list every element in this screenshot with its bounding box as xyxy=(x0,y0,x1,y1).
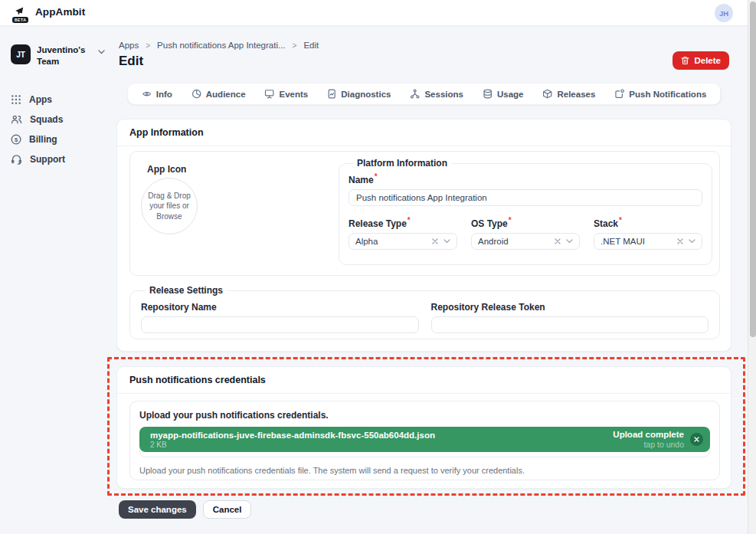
tab-sessions[interactable]: Sessions xyxy=(410,89,463,99)
tab-info[interactable]: Info xyxy=(142,89,172,99)
notification-icon xyxy=(614,89,624,99)
sidebar: JT Juventino's Team Apps xyxy=(0,26,115,534)
sidebar-item-support[interactable]: Support xyxy=(11,150,106,169)
platform-select-row: Release Type* Alpha xyxy=(349,214,702,250)
app-icon-label: App Icon xyxy=(147,164,186,175)
repository-release-token-label: Repository Release Token xyxy=(431,302,709,313)
tab-label: Releases xyxy=(557,90,595,99)
dollar-circle-icon: $ xyxy=(11,134,21,145)
tab-audience[interactable]: Audience xyxy=(191,89,246,99)
app-icon-platform-section: App Icon Drag & Drop your files or Brows… xyxy=(129,151,720,276)
breadcrumb-apps[interactable]: Apps xyxy=(119,41,139,50)
release-type-select[interactable]: Alpha xyxy=(349,233,457,250)
push-credentials-section: Upload your push notifications credentia… xyxy=(129,401,720,480)
push-credentials-card: Push notifications credentials Upload yo… xyxy=(116,366,731,489)
brand-name: AppAmbit xyxy=(35,6,85,18)
vertical-scrollbar-thumb[interactable] xyxy=(750,2,756,337)
dropzone-line1: Drag & Drop xyxy=(148,192,191,200)
release-type-label-text: Release Type xyxy=(349,218,407,229)
name-label: Name* xyxy=(349,175,702,185)
app-root: BETA AppAmbit JH JT Juventino's Team xyxy=(0,0,756,534)
sidebar-item-squads[interactable]: Squads xyxy=(11,110,106,129)
file-size: 2 KB xyxy=(150,441,613,449)
apps-grid-icon xyxy=(11,94,21,105)
chevron-down-icon[interactable] xyxy=(443,239,450,244)
sidebar-item-billing[interactable]: $ Billing xyxy=(11,130,106,149)
tab-label: Audience xyxy=(206,90,246,99)
form-actions: Save changes Cancel xyxy=(119,500,251,519)
repository-name-field: Repository Name xyxy=(141,297,419,333)
clear-icon[interactable] xyxy=(432,238,438,244)
cancel-button[interactable]: Cancel xyxy=(203,500,252,519)
team-switcher[interactable]: JT Juventino's Team xyxy=(11,44,106,67)
breadcrumb-app[interactable]: Push notifications App Integrati... xyxy=(157,41,286,50)
uploaded-file-bar[interactable]: myapp-notifications-juve-firebase-admins… xyxy=(139,427,710,452)
breadcrumb-separator: > xyxy=(293,41,297,50)
name-label-text: Name xyxy=(349,175,374,185)
dropzone-text: Drag & Drop your files or Browse xyxy=(148,191,191,222)
beta-badge: BETA xyxy=(12,17,28,23)
appambit-logo-icon: BETA xyxy=(10,2,28,21)
release-settings-fieldset: Release Settings Repository Name Reposit… xyxy=(129,285,720,339)
os-type-label: OS Type* xyxy=(471,218,580,229)
pie-chart-icon xyxy=(191,89,201,99)
chevron-down-icon[interactable] xyxy=(566,239,573,244)
breadcrumb-edit[interactable]: Edit xyxy=(303,41,319,50)
tab-push-notifications[interactable]: Push Notifications xyxy=(614,89,706,99)
repository-release-token-field: Repository Release Token xyxy=(431,297,709,333)
repository-name-input[interactable] xyxy=(141,316,419,333)
required-marker: * xyxy=(407,216,411,224)
team-name: Juventino's Team xyxy=(37,44,92,67)
delete-button-label: Delete xyxy=(694,56,721,65)
tabs-bar: Info Audience Events xyxy=(127,83,722,105)
push-credentials-title: Push notifications credentials xyxy=(117,367,731,394)
sidebar-item-label: Apps xyxy=(29,94,52,105)
eye-icon xyxy=(142,89,152,99)
delete-button[interactable]: Delete xyxy=(673,51,729,70)
users-icon xyxy=(11,114,22,125)
user-avatar[interactable]: JH xyxy=(715,4,733,22)
repository-release-token-input[interactable] xyxy=(431,316,709,333)
save-changes-button[interactable]: Save changes xyxy=(119,500,196,519)
app-icon-dropzone[interactable]: Drag & Drop your files or Browse xyxy=(141,178,198,234)
release-settings-row: Repository Name Repository Release Token xyxy=(141,297,709,333)
sidebar-nav: Apps Squads $ Billing xyxy=(11,90,106,169)
close-icon xyxy=(694,437,699,442)
sidebar-item-label: Billing xyxy=(29,134,57,145)
tab-usage[interactable]: Usage xyxy=(483,89,524,99)
remove-file-button[interactable] xyxy=(690,433,703,446)
dropzone-line3: Browse xyxy=(156,212,182,221)
file-uploader[interactable]: myapp-notifications-juve-firebase-admins… xyxy=(139,427,710,457)
platform-information-fieldset: Platform Information Name* Release Type*… xyxy=(339,158,712,265)
database-icon xyxy=(483,89,493,99)
release-type-value: Alpha xyxy=(355,237,432,246)
select-icons xyxy=(677,238,695,244)
chevron-down-icon[interactable] xyxy=(689,239,695,244)
clear-icon[interactable] xyxy=(555,238,561,244)
clear-icon[interactable] xyxy=(677,238,683,244)
release-type-label: Release Type* xyxy=(349,218,457,229)
tab-diagnostics[interactable]: Diagnostics xyxy=(327,89,391,99)
app-information-card: App Information App Icon Drag & Drop you… xyxy=(116,119,731,352)
breadcrumb: Apps > Push notifications App Integrati.… xyxy=(119,41,319,50)
stack-label: Stack* xyxy=(594,218,702,229)
tab-releases[interactable]: Releases xyxy=(542,89,595,99)
document-icon xyxy=(327,89,336,99)
stack-select[interactable]: .NET MAUI xyxy=(594,233,702,250)
brand[interactable]: BETA AppAmbit xyxy=(10,2,85,21)
os-type-label-text: OS Type xyxy=(471,218,508,229)
select-icons xyxy=(555,238,573,244)
os-type-select[interactable]: Android xyxy=(471,233,580,250)
os-type-value: Android xyxy=(478,237,555,246)
sidebar-item-label: Support xyxy=(30,154,65,165)
file-name: myapp-notifications-juve-firebase-admins… xyxy=(150,431,613,440)
vertical-scrollbar-track[interactable] xyxy=(748,0,756,534)
tab-events[interactable]: Events xyxy=(265,89,309,99)
team-avatar: JT xyxy=(11,44,31,64)
upload-undo-hint: tap to undo xyxy=(613,440,684,449)
os-type-field: OS Type* Android xyxy=(471,214,580,250)
name-input[interactable] xyxy=(349,189,702,206)
repository-name-label: Repository Name xyxy=(141,302,419,313)
top-header: BETA AppAmbit JH xyxy=(0,0,756,26)
sidebar-item-apps[interactable]: Apps xyxy=(11,90,106,110)
